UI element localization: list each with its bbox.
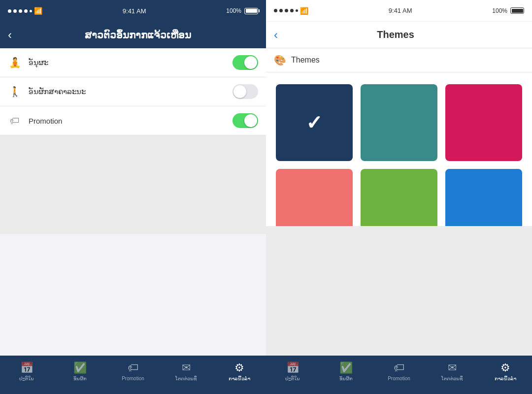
left-tab-bar: 📅 ປະຕິໃນ ✅ ອັນຜັກ 🏷 Promotion ✉ ໂຕດຕ່ວນທ… <box>0 356 266 394</box>
battery-percent: 100% <box>226 7 241 14</box>
toggle-knob-1 <box>244 56 257 69</box>
walking-icon: 🚶 <box>8 86 22 98</box>
right-nav-header: ‹ Themes <box>266 22 532 48</box>
themes-section-label: Themes <box>291 56 320 65</box>
left-tab-label-5: ກາລນີ້ວລ່ຳ <box>229 376 250 382</box>
settings-item-2: 🚶 ອັນຜັກສາຄາລະນະ <box>0 77 266 106</box>
themes-grid <box>276 84 522 226</box>
right-back-button[interactable]: ‹ <box>274 28 278 42</box>
toggle-1[interactable] <box>233 55 258 70</box>
left-tab-checkin[interactable]: ✅ ອັນຜັກ <box>53 360 106 384</box>
left-tab-settings[interactable]: ⚙ ກາລນີ້ວລ່ຳ <box>213 360 266 384</box>
settings-icon: ⚙ <box>234 361 244 374</box>
right-signal-dot-3 <box>285 9 288 12</box>
right-phone: 📶 9:41 AM 100% ‹ Themes 🎨 Themes <box>266 0 532 394</box>
left-tab-promotion[interactable]: 🏷 Promotion <box>106 360 160 384</box>
color-swatch-navy[interactable] <box>276 84 353 161</box>
left-tab-label-4: ໂຕດຕ່ວນທຶ <box>175 376 197 382</box>
left-tab-label-2: ອັນຜັກ <box>73 376 87 382</box>
meditation-icon: 🧘 <box>8 57 22 68</box>
signal-dot-3 <box>19 9 22 13</box>
battery-bar <box>244 8 258 14</box>
right-wifi-icon: 📶 <box>300 7 308 15</box>
right-checkin-icon: ✅ <box>339 361 353 374</box>
left-phone: 📶 9:41 AM 100% ‹ ສາວຕົວອຶ້ນກາກແຈ້ວເຫືອນ … <box>0 0 266 394</box>
settings-list: 🧘 ອັນຸຜະ 🚶 ອັນຜັກສາຄາລະນະ 🏷 Promotion <box>0 48 266 135</box>
themes-grid-container <box>266 72 532 226</box>
toggle-2[interactable] <box>233 84 258 99</box>
left-tab-schedule[interactable]: 📅 ປະຕິໃນ <box>0 360 53 384</box>
wifi-icon: 📶 <box>34 7 42 15</box>
signal-dot-1 <box>8 9 11 13</box>
right-tab-label-4: ໂຕດຕ່ວນທຶ <box>441 376 463 382</box>
left-back-button[interactable]: ‹ <box>8 29 12 41</box>
right-tab-message[interactable]: ✉ ໂຕດຕ່ວນທຶ <box>426 360 479 384</box>
settings-label-2: ອັນຜັກສາຄາລະນະ <box>29 87 226 96</box>
color-swatch-green[interactable] <box>361 169 437 226</box>
right-tab-label-3: Promotion <box>388 376 410 382</box>
settings-item-3: 🏷 Promotion <box>0 106 266 135</box>
status-dots: 📶 <box>8 7 42 15</box>
color-swatch-pink[interactable] <box>445 84 522 161</box>
checkin-icon: ✅ <box>73 361 87 374</box>
toggle-knob-3 <box>244 114 257 127</box>
right-signal-dot-2 <box>279 9 283 12</box>
promotion-icon: 🏷 <box>128 361 138 374</box>
themes-section-header: 🎨 Themes <box>266 48 532 72</box>
left-time: 9:41 AM <box>123 7 146 15</box>
right-tab-promotion[interactable]: 🏷 Promotion <box>372 360 426 384</box>
right-battery-area: 100% <box>492 7 524 14</box>
color-swatch-teal[interactable] <box>361 84 437 161</box>
right-status-bar: 📶 9:41 AM 100% <box>266 0 532 22</box>
color-swatch-blue[interactable] <box>445 169 522 226</box>
settings-item-1: 🧘 ອັນຸຜະ <box>0 48 266 77</box>
left-content: 🧘 ອັນຸຜະ 🚶 ອັນຜັກສາຄາລະນະ 🏷 Promotion <box>0 48 266 356</box>
toggle-knob-2 <box>233 85 246 98</box>
right-battery-fill <box>512 9 523 13</box>
right-gray-area <box>266 226 532 356</box>
right-message-icon: ✉ <box>448 361 457 374</box>
signal-dot-2 <box>13 9 17 13</box>
right-signal-dot-4 <box>290 9 294 12</box>
left-tab-label-1: ປະຕິໃນ <box>19 376 34 382</box>
color-swatch-salmon[interactable] <box>276 169 353 226</box>
settings-label-3: Promotion <box>29 117 226 125</box>
right-tab-label-5: ກາລນີ້ວລ່ຳ <box>495 376 516 382</box>
right-status-dots: 📶 <box>274 7 308 15</box>
right-tab-bar: 📅 ປະຕິໃນ ✅ ອັນຜັກ 🏷 Promotion ✉ ໂຕດຕ່ວນທ… <box>266 356 532 394</box>
left-tab-message[interactable]: ✉ ໂຕດຕ່ວນທຶ <box>160 360 213 384</box>
right-settings-icon: ⚙ <box>500 361 510 374</box>
signal-dot-4 <box>24 9 28 13</box>
right-battery-percent: 100% <box>492 7 507 14</box>
left-status-bar: 📶 9:41 AM 100% <box>0 0 266 22</box>
right-tab-checkin[interactable]: ✅ ອັນຜັກ <box>319 360 372 384</box>
themes-content: 🎨 Themes <box>266 48 532 356</box>
right-signal-dot-1 <box>274 9 277 12</box>
right-signal-dot-5 <box>296 9 298 12</box>
toggle-3[interactable] <box>233 113 258 128</box>
right-tab-schedule[interactable]: 📅 ປະຕິໃນ <box>266 360 319 384</box>
message-icon: ✉ <box>182 361 191 374</box>
right-time: 9:41 AM <box>389 7 412 14</box>
settings-label-1: ອັນຸຜະ <box>29 58 226 67</box>
right-tab-label-2: ອັນຜັກ <box>339 376 353 382</box>
left-gray-area <box>0 135 266 234</box>
right-promotion-icon: 🏷 <box>394 361 404 374</box>
right-tab-settings[interactable]: ⚙ ກາລນີ້ວລ່ຳ <box>479 360 532 384</box>
left-tab-label-3: Promotion <box>122 376 144 382</box>
right-nav-title: Themes <box>282 29 509 40</box>
signal-dot-5 <box>30 10 32 12</box>
tag-icon: 🏷 <box>8 115 22 127</box>
schedule-icon: 📅 <box>20 361 33 374</box>
left-nav-header: ‹ ສາວຕົວອຶ້ນກາກແຈ້ວເຫືອນ <box>0 22 266 48</box>
right-tab-label-1: ປະຕິໃນ <box>285 376 300 382</box>
right-schedule-icon: 📅 <box>286 361 299 374</box>
left-nav-title: ສາວຕົວອຶ້ນກາກແຈ້ວເຫືອນ <box>18 29 258 41</box>
left-battery-area: 100% <box>226 7 258 14</box>
palette-icon: 🎨 <box>274 54 286 66</box>
battery-fill <box>246 9 257 13</box>
right-battery-bar <box>510 7 524 14</box>
